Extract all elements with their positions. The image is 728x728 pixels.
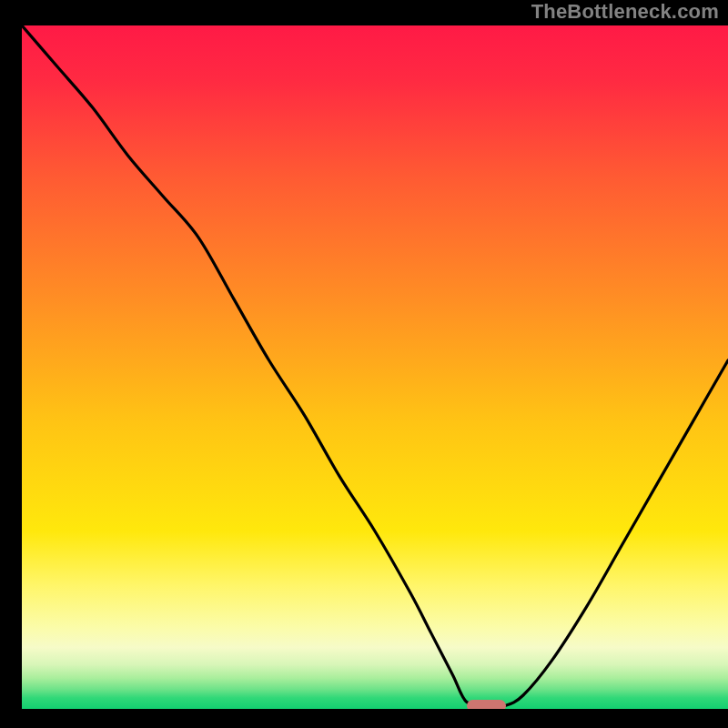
chart-canvas: TheBottleneck.com	[0, 0, 728, 728]
attribution-text: TheBottleneck.com	[531, 0, 719, 24]
bottom-axis-band	[0, 709, 728, 728]
left-axis-band	[0, 0, 22, 728]
chart-frame	[22, 25, 728, 709]
